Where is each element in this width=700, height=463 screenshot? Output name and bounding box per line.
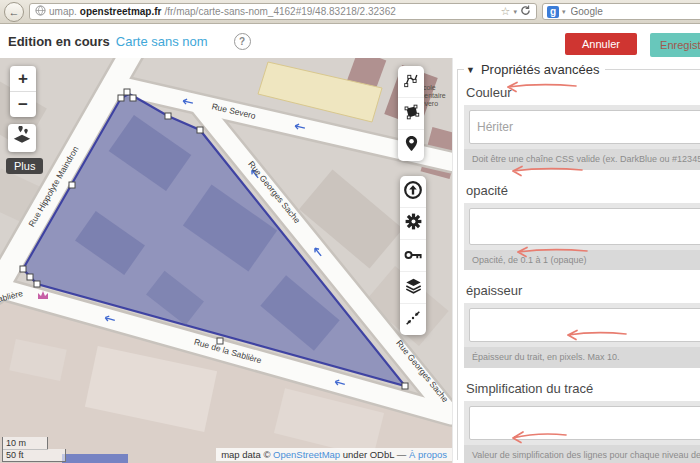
opacite-help: Opacité, de 0.1 à 1 (opaque) xyxy=(464,250,700,271)
attribution-prefix: map data © xyxy=(221,449,270,460)
browser-chrome: ← umap.openstreetmap.fr/fr/map/carte-san… xyxy=(0,0,700,24)
couleur-input[interactable] xyxy=(469,110,700,144)
url-subdomain: umap. xyxy=(49,6,77,17)
vertex-handle[interactable] xyxy=(124,89,130,95)
vertex-handle[interactable] xyxy=(402,383,408,389)
settings-button[interactable] xyxy=(400,207,426,239)
vertex-handle[interactable] xyxy=(27,274,33,280)
field-simplification: Simplification du tracé Valeur de simpli… xyxy=(464,381,700,463)
vertex-handle[interactable] xyxy=(69,182,75,188)
permissions-button[interactable] xyxy=(400,239,426,271)
draw-polygon-button[interactable] xyxy=(398,97,424,129)
search-engine-dropdown-icon[interactable]: ▾ xyxy=(562,8,566,15)
polygon-icon xyxy=(402,103,420,125)
zoom-in-button[interactable]: + xyxy=(10,66,36,91)
search-box[interactable]: g ▾ xyxy=(542,3,700,20)
measure-button[interactable] xyxy=(400,303,426,335)
draw-marker-button[interactable] xyxy=(398,129,424,161)
draw-toolbar xyxy=(398,66,424,161)
simplification-help: Valeur de simplification des lignes pour… xyxy=(464,445,700,463)
scale-control: 10 m 50 ft xyxy=(2,437,66,462)
vertex-handle[interactable] xyxy=(197,127,203,133)
osm-link[interactable]: OpenStreetMap xyxy=(273,449,340,460)
zoom-control: + − xyxy=(10,66,36,117)
simplification-input[interactable] xyxy=(469,406,700,440)
layers-button[interactable] xyxy=(8,124,36,152)
url-dropdown-icon[interactable]: ▾ xyxy=(513,8,517,15)
vertex-handle[interactable] xyxy=(34,281,40,287)
cancel-button[interactable]: Annuler xyxy=(565,33,637,55)
reload-icon[interactable] xyxy=(520,5,531,18)
import-button[interactable] xyxy=(400,176,426,207)
google-logo-icon[interactable]: g xyxy=(547,6,559,18)
opacite-input[interactable] xyxy=(469,208,700,245)
marker-icon xyxy=(404,135,419,156)
gear-icon xyxy=(404,212,423,235)
measure-icon xyxy=(404,309,422,331)
save-button[interactable]: Enregistrer xyxy=(650,33,700,57)
url-domain: openstreetmap.fr xyxy=(80,6,162,17)
panel-title: Propriétés avancées xyxy=(481,62,600,77)
properties-panel: ▼ Propriétés avancées Couleur Doit être … xyxy=(452,58,700,463)
edit-toolbar xyxy=(400,176,426,335)
field-couleur: Couleur Doit être une chaîne CSS valide … xyxy=(464,85,700,170)
plus-tooltip: Plus xyxy=(6,158,43,174)
bookmark-star-icon[interactable]: ☆ xyxy=(501,6,511,17)
search-input[interactable] xyxy=(569,5,700,18)
field-label-simplification: Simplification du tracé xyxy=(466,381,700,396)
map-attribution: map data © OpenStreetMap under ODbL — À … xyxy=(216,448,452,461)
vertex-handle[interactable] xyxy=(130,95,136,101)
blue-building xyxy=(62,454,128,463)
field-epaisseur: épaisseur Épaisseur du trait, en pixels.… xyxy=(464,283,700,368)
collapse-triangle-icon: ▼ xyxy=(466,65,475,75)
scale-imperial: 50 ft xyxy=(2,449,66,462)
url-bar[interactable]: umap.openstreetmap.fr/fr/map/carte-sans-… xyxy=(29,3,537,20)
layers-pins-icon xyxy=(12,126,32,150)
layers-stack-icon xyxy=(404,277,423,299)
manage-layers-button[interactable] xyxy=(400,271,426,303)
field-label-epaisseur: épaisseur xyxy=(466,283,700,298)
arrow-up-circle-icon xyxy=(403,180,423,204)
umap-header: Edition en cours Carte sans nom ? Annule… xyxy=(0,24,700,58)
field-label-opacite: opacité xyxy=(466,183,700,198)
url-path: /fr/map/carte-sans-nom_4162#19/48.83218/… xyxy=(164,6,497,17)
globe-icon xyxy=(35,5,46,18)
map-canvas[interactable]: Rue Hippolyte Maindron Rue Severo Rue Ge… xyxy=(0,58,452,463)
about-link[interactable]: À propos xyxy=(409,449,447,460)
couleur-help: Doit être une chaîne CSS valide (ex. Dar… xyxy=(464,149,700,170)
advanced-properties-toggle[interactable]: ▼ Propriétés avancées xyxy=(464,62,605,77)
advanced-properties-fieldset: ▼ Propriétés avancées Couleur Doit être … xyxy=(457,62,700,460)
epaisseur-input[interactable] xyxy=(469,308,700,342)
key-icon xyxy=(404,247,423,265)
attribution-middle: under ODbL — xyxy=(343,449,407,460)
vertex-handle[interactable] xyxy=(20,266,26,272)
map-title-link[interactable]: Carte sans nom xyxy=(116,34,208,49)
zoom-out-button[interactable]: − xyxy=(10,91,36,117)
help-icon[interactable]: ? xyxy=(234,33,251,50)
polyline-icon xyxy=(402,71,420,93)
epaisseur-help: Épaisseur du trait, en pixels. Max 10. xyxy=(464,347,700,368)
field-label-couleur: Couleur xyxy=(466,85,700,100)
draw-polyline-button[interactable] xyxy=(398,66,424,97)
edit-status-label: Edition en cours xyxy=(8,34,110,49)
back-button[interactable]: ← xyxy=(4,2,24,22)
basemap: Rue Hippolyte Maindron Rue Severo Rue Ge… xyxy=(0,58,452,463)
vertex-handle[interactable] xyxy=(165,113,171,119)
field-opacite: opacité Opacité, de 0.1 à 1 (opaque) xyxy=(464,183,700,271)
vertex-handle[interactable] xyxy=(118,95,124,101)
